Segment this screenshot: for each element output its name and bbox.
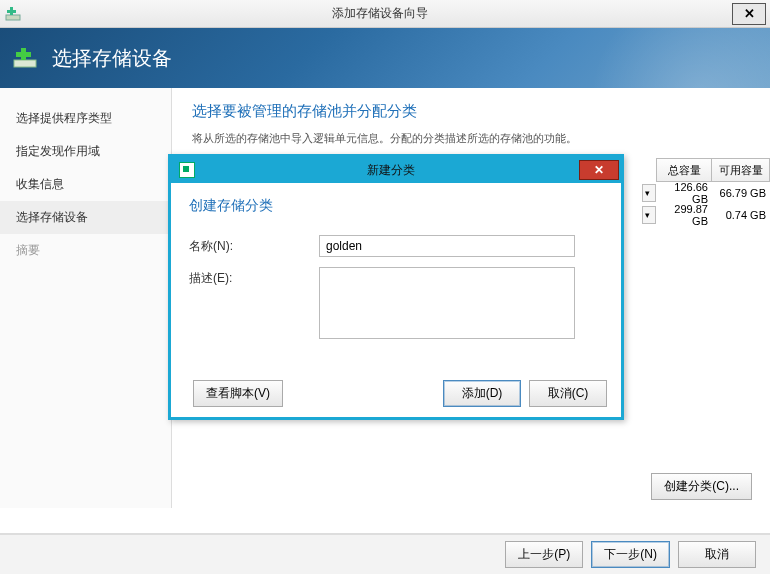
- view-script-button[interactable]: 查看脚本(V): [193, 380, 283, 407]
- wizard-icon: [4, 5, 22, 23]
- wizard-sidebar: 选择提供程序类型 指定发现作用域 收集信息 选择存储设备 摘要: [0, 88, 172, 508]
- window-titlebar: 添加存储设备向导 ✕: [0, 0, 770, 28]
- dialog-close-button[interactable]: ✕: [579, 160, 619, 180]
- window-title: 添加存储设备向导: [28, 5, 732, 22]
- wizard-footer: 上一步(P) 下一步(N) 取消: [0, 534, 770, 574]
- sidebar-item-provider-type[interactable]: 选择提供程序类型: [0, 102, 171, 135]
- cell-total: 299.87 GB: [656, 203, 712, 227]
- cancel-button[interactable]: 取消: [678, 541, 756, 568]
- create-category-container: 创建分类(C)...: [651, 473, 752, 500]
- prev-button[interactable]: 上一步(P): [505, 541, 583, 568]
- storage-table-header: 总容量 可用容量: [656, 158, 770, 182]
- create-category-button[interactable]: 创建分类(C)...: [651, 473, 752, 500]
- dialog-title: 新建分类: [203, 162, 579, 179]
- banner-icon: [12, 46, 40, 70]
- svg-rect-5: [16, 52, 31, 57]
- wizard-banner: 选择存储设备: [0, 28, 770, 88]
- banner-title: 选择存储设备: [52, 45, 172, 72]
- name-label: 名称(N):: [189, 235, 319, 257]
- sidebar-item-summary[interactable]: 摘要: [0, 234, 171, 267]
- name-input[interactable]: [319, 235, 575, 257]
- dialog-icon: [179, 162, 195, 178]
- cell-total: 126.66 GB: [656, 181, 712, 205]
- table-row[interactable]: ▾ 299.87 GB 0.74 GB: [642, 204, 770, 226]
- dropdown-chevron-icon[interactable]: ▾: [642, 206, 656, 224]
- description-label: 描述(E):: [189, 267, 319, 339]
- dialog-heading: 创建存储分类: [189, 197, 603, 215]
- svg-rect-0: [6, 15, 20, 20]
- col-free-capacity[interactable]: 可用容量: [712, 158, 770, 182]
- svg-rect-3: [14, 60, 36, 67]
- window-close-button[interactable]: ✕: [732, 3, 766, 25]
- dialog-footer: 查看脚本(V) 添加(D) 取消(C): [171, 380, 621, 407]
- cell-free: 66.79 GB: [712, 187, 770, 199]
- description-input[interactable]: [319, 267, 575, 339]
- content-blurb: 将从所选的存储池中导入逻辑单元信息。分配的分类描述所选的存储池的功能。: [192, 131, 752, 146]
- dialog-body: 创建存储分类 名称(N): 描述(E):: [171, 183, 621, 363]
- dialog-titlebar: 新建分类 ✕: [171, 157, 621, 183]
- cell-free: 0.74 GB: [712, 209, 770, 221]
- sidebar-item-discovery-scope[interactable]: 指定发现作用域: [0, 135, 171, 168]
- dialog-cancel-button[interactable]: 取消(C): [529, 380, 607, 407]
- new-category-dialog: 新建分类 ✕ 创建存储分类 名称(N): 描述(E): 查看脚本(V) 添加(D…: [168, 154, 624, 420]
- dropdown-chevron-icon[interactable]: ▾: [642, 184, 656, 202]
- next-button[interactable]: 下一步(N): [591, 541, 670, 568]
- add-button[interactable]: 添加(D): [443, 380, 521, 407]
- col-total-capacity[interactable]: 总容量: [656, 158, 712, 182]
- table-row[interactable]: ▾ 126.66 GB 66.79 GB: [642, 182, 770, 204]
- sidebar-item-select-storage[interactable]: 选择存储设备: [0, 201, 171, 234]
- sidebar-item-gather-info[interactable]: 收集信息: [0, 168, 171, 201]
- storage-table-body: ▾ 126.66 GB 66.79 GB ▾ 299.87 GB 0.74 GB: [642, 182, 770, 226]
- svg-rect-2: [7, 10, 16, 13]
- content-heading: 选择要被管理的存储池并分配分类: [192, 102, 752, 121]
